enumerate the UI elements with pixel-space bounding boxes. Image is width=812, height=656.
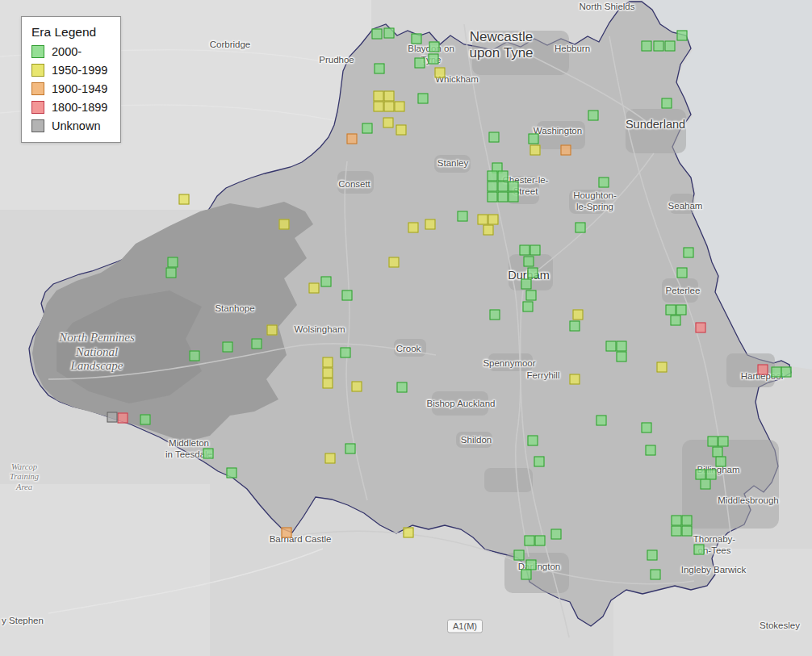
era-marker-2000[interactable] bbox=[372, 29, 383, 40]
era-marker-2000[interactable] bbox=[662, 98, 672, 109]
era-marker-2000[interactable] bbox=[520, 245, 530, 256]
era-marker-1950[interactable] bbox=[384, 102, 395, 112]
era-marker-2000[interactable] bbox=[252, 339, 262, 349]
era-marker-1950[interactable] bbox=[404, 528, 414, 538]
era-marker-1950[interactable] bbox=[352, 382, 362, 392]
era-marker-2000[interactable] bbox=[412, 34, 422, 44]
era-marker-2000[interactable] bbox=[488, 182, 498, 192]
era-marker-2000[interactable] bbox=[781, 367, 792, 378]
era-marker-1950[interactable] bbox=[395, 102, 405, 112]
era-marker-2000[interactable] bbox=[384, 28, 395, 39]
era-marker-1900[interactable] bbox=[561, 145, 571, 156]
era-marker-1950[interactable] bbox=[488, 215, 499, 225]
era-marker-2000[interactable] bbox=[617, 352, 627, 362]
era-marker-2000[interactable] bbox=[375, 64, 385, 74]
era-marker-2000[interactable] bbox=[140, 415, 151, 425]
era-marker-1950[interactable] bbox=[396, 125, 407, 136]
era-marker-1950[interactable] bbox=[323, 368, 333, 378]
map[interactable]: North ShieldsNewcastle upon TyneHexhamCo… bbox=[0, 0, 812, 656]
era-marker-2000[interactable] bbox=[642, 41, 652, 52]
era-marker-2000[interactable] bbox=[190, 351, 200, 361]
era-marker-2000[interactable] bbox=[599, 178, 609, 188]
era-marker-2000[interactable] bbox=[651, 570, 661, 580]
era-marker-1950[interactable] bbox=[374, 102, 384, 112]
era-marker-2000[interactable] bbox=[223, 342, 233, 353]
era-marker-1950[interactable] bbox=[530, 145, 541, 156]
era-marker-2000[interactable] bbox=[694, 545, 705, 555]
era-marker-2000[interactable] bbox=[588, 111, 599, 121]
era-marker-1950[interactable] bbox=[425, 219, 436, 230]
era-marker-2000[interactable] bbox=[498, 182, 509, 192]
era-marker-2000[interactable] bbox=[606, 341, 617, 352]
era-marker-2000[interactable] bbox=[701, 479, 711, 490]
era-marker-1950[interactable] bbox=[279, 219, 290, 230]
era-marker-1950[interactable] bbox=[267, 325, 278, 336]
era-marker-2000[interactable] bbox=[528, 268, 538, 278]
era-marker-2000[interactable] bbox=[509, 192, 519, 203]
era-marker-1950[interactable] bbox=[384, 91, 395, 102]
era-marker-1950[interactable] bbox=[478, 215, 488, 225]
era-marker-1950[interactable] bbox=[435, 68, 446, 78]
era-marker-1950[interactable] bbox=[323, 357, 333, 368]
era-marker-2000[interactable] bbox=[647, 550, 658, 561]
era-marker-unknown[interactable] bbox=[107, 412, 118, 423]
era-marker-2000[interactable] bbox=[529, 134, 539, 144]
era-marker-2000[interactable] bbox=[525, 536, 535, 546]
era-marker-1950[interactable] bbox=[389, 257, 400, 268]
era-marker-2000[interactable] bbox=[418, 94, 429, 104]
era-marker-2000[interactable] bbox=[672, 516, 682, 526]
era-marker-2000[interactable] bbox=[672, 526, 682, 537]
era-marker-2000[interactable] bbox=[654, 41, 664, 52]
era-marker-2000[interactable] bbox=[488, 192, 498, 203]
era-marker-2000[interactable] bbox=[534, 457, 545, 467]
era-marker-2000[interactable] bbox=[397, 382, 408, 393]
era-marker-1950[interactable] bbox=[657, 362, 668, 373]
era-marker-2000[interactable] bbox=[489, 132, 500, 143]
era-marker-1950[interactable] bbox=[483, 225, 494, 236]
era-marker-1800[interactable] bbox=[118, 413, 128, 424]
era-marker-2000[interactable] bbox=[509, 182, 519, 192]
era-marker-1900[interactable] bbox=[347, 134, 358, 144]
era-marker-2000[interactable] bbox=[227, 468, 237, 478]
era-marker-2000[interactable] bbox=[718, 437, 729, 447]
era-marker-2000[interactable] bbox=[523, 302, 534, 312]
era-marker-1950[interactable] bbox=[325, 453, 336, 464]
era-marker-1950[interactable] bbox=[573, 310, 584, 320]
era-marker-2000[interactable] bbox=[345, 444, 356, 454]
era-marker-2000[interactable] bbox=[596, 416, 607, 426]
era-marker-2000[interactable] bbox=[203, 449, 214, 459]
era-marker-2000[interactable] bbox=[498, 192, 509, 203]
era-marker-2000[interactable] bbox=[168, 257, 178, 268]
era-marker-2000[interactable] bbox=[708, 437, 718, 447]
era-marker-2000[interactable] bbox=[677, 268, 688, 278]
era-marker-2000[interactable] bbox=[642, 423, 652, 433]
era-marker-1800[interactable] bbox=[696, 323, 706, 333]
era-marker-2000[interactable] bbox=[526, 290, 537, 301]
era-marker-1900[interactable] bbox=[282, 528, 292, 538]
era-marker-2000[interactable] bbox=[570, 321, 580, 332]
era-marker-1950[interactable] bbox=[179, 194, 190, 205]
era-marker-2000[interactable] bbox=[490, 310, 500, 320]
era-marker-1950[interactable] bbox=[374, 91, 384, 102]
era-marker-2000[interactable] bbox=[514, 550, 525, 561]
era-marker-2000[interactable] bbox=[166, 268, 177, 278]
era-marker-2000[interactable] bbox=[458, 211, 468, 222]
era-marker-1950[interactable] bbox=[309, 283, 320, 294]
era-marker-2000[interactable] bbox=[646, 445, 656, 456]
era-marker-2000[interactable] bbox=[429, 54, 439, 65]
era-marker-2000[interactable] bbox=[671, 315, 681, 326]
era-marker-2000[interactable] bbox=[321, 277, 332, 287]
era-marker-1800[interactable] bbox=[758, 365, 768, 375]
era-marker-2000[interactable] bbox=[362, 123, 373, 134]
era-marker-2000[interactable] bbox=[716, 457, 726, 467]
era-marker-2000[interactable] bbox=[415, 58, 425, 69]
era-marker-2000[interactable] bbox=[530, 245, 541, 256]
era-marker-2000[interactable] bbox=[551, 529, 562, 540]
era-marker-2000[interactable] bbox=[617, 341, 627, 352]
era-marker-2000[interactable] bbox=[682, 526, 693, 537]
era-marker-2000[interactable] bbox=[684, 248, 694, 258]
era-marker-2000[interactable] bbox=[521, 279, 532, 290]
era-marker-2000[interactable] bbox=[576, 223, 586, 233]
era-marker-2000[interactable] bbox=[666, 305, 676, 315]
era-marker-2000[interactable] bbox=[488, 171, 498, 182]
